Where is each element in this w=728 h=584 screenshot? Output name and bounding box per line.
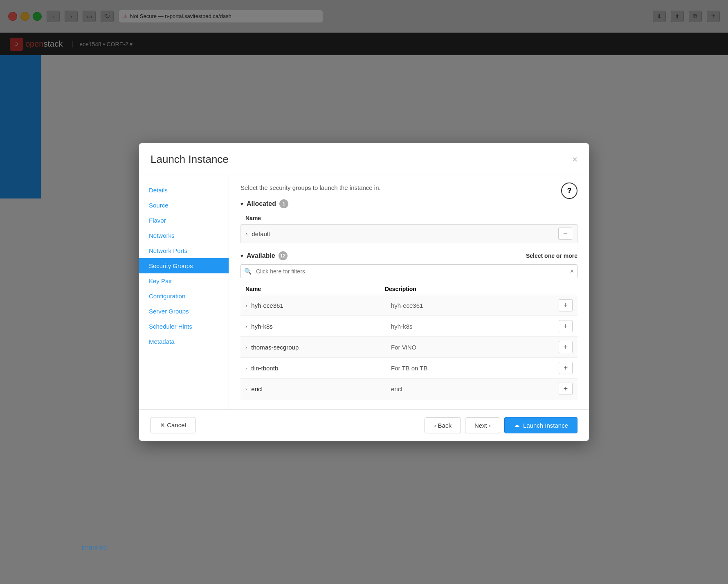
expand-icon-hyh-k8s[interactable]: ›: [245, 323, 247, 329]
allocated-row-default: › default −: [240, 224, 577, 243]
add-ericl-button[interactable]: +: [559, 383, 573, 395]
avail-row-desc-thomas-secgroup: For ViNO: [391, 344, 559, 351]
modal-overlay: Launch Instance × Details Source Flavor …: [0, 0, 728, 584]
next-button[interactable]: Next ›: [465, 417, 500, 433]
available-row-hyh-ece361: › hyh-ece361 hyh-ece361 +: [240, 295, 577, 316]
help-button[interactable]: ?: [561, 183, 577, 199]
filter-input[interactable]: [254, 266, 568, 276]
col-name-header: Name: [245, 286, 385, 292]
modal-footer: ✕ Cancel ‹ Back Next › ☁ Launch Instance: [139, 409, 589, 441]
nav-item-configuration[interactable]: Configuration: [139, 289, 229, 304]
launch-instance-button[interactable]: ☁ Launch Instance: [504, 417, 577, 433]
nav-item-flavor[interactable]: Flavor: [139, 213, 229, 228]
avail-row-desc-tlin-tbontb: For TB on TB: [391, 365, 559, 372]
add-thomas-secgroup-button[interactable]: +: [559, 341, 573, 353]
allocated-section-header: ▾ Allocated 1: [240, 199, 577, 208]
avail-row-name-thomas-secgroup: thomas-secgroup: [251, 344, 391, 351]
available-row-tlin-tbontb: › tlin-tbontb For TB on TB +: [240, 358, 577, 379]
launch-label: Launch Instance: [523, 422, 568, 429]
available-chevron[interactable]: ▾: [240, 253, 243, 259]
modal-body: Details Source Flavor Networks Network P…: [139, 174, 589, 409]
available-badge: 12: [279, 251, 288, 260]
available-row-hyh-k8s: › hyh-k8s hyh-k8s +: [240, 316, 577, 337]
allocated-title: Allocated: [247, 200, 276, 207]
description-text: Select the security groups to launch the…: [240, 184, 577, 191]
modal-main-content: ? Select the security groups to launch t…: [229, 174, 589, 409]
modal-nav: Details Source Flavor Networks Network P…: [139, 174, 229, 409]
select-more-text: Select one or more: [526, 253, 577, 259]
nav-item-details[interactable]: Details: [139, 183, 229, 198]
avail-row-name-hyh-k8s: hyh-k8s: [251, 323, 391, 330]
avail-row-desc-hyh-ece361: hyh-ece361: [391, 302, 559, 309]
available-row-ericl: › ericl ericl +: [240, 379, 577, 399]
expand-icon-hyh-ece361[interactable]: ›: [245, 302, 247, 309]
nav-item-networks[interactable]: Networks: [139, 228, 229, 243]
available-col-headers: Name Description: [240, 283, 577, 295]
avail-row-desc-ericl: ericl: [391, 386, 559, 392]
nav-item-server-groups[interactable]: Server Groups: [139, 304, 229, 319]
nav-item-security-groups[interactable]: Security Groups: [139, 258, 229, 273]
allocated-badge: 1: [279, 199, 288, 208]
footer-right: ‹ Back Next › ☁ Launch Instance: [425, 417, 577, 433]
back-button[interactable]: ‹ Back: [425, 417, 461, 433]
allocated-col-header: Name: [240, 212, 577, 224]
nav-item-network-ports[interactable]: Network Ports: [139, 243, 229, 258]
expand-icon-default[interactable]: ›: [246, 231, 247, 237]
nav-item-metadata[interactable]: Metadata: [139, 334, 229, 349]
col-desc-header: Description: [385, 286, 552, 292]
avail-row-name-hyh-ece361: hyh-ece361: [251, 302, 391, 309]
help-icon: ?: [567, 187, 572, 195]
behind-link-container: imant-k8: [82, 544, 107, 551]
available-left: ▾ Available 12: [240, 251, 288, 260]
available-title: Available: [247, 252, 275, 259]
launch-instance-modal: Launch Instance × Details Source Flavor …: [139, 143, 589, 441]
close-button[interactable]: ×: [572, 155, 577, 164]
available-row-thomas-secgroup: › thomas-secgroup For ViNO +: [240, 337, 577, 358]
avail-row-name-tlin-tbontb: tlin-tbontb: [251, 365, 391, 372]
filter-clear-icon[interactable]: ×: [570, 268, 574, 275]
available-section-header: ▾ Available 12 Select one or more: [240, 251, 577, 260]
add-tlin-tbontb-button[interactable]: +: [559, 362, 573, 374]
allocated-chevron[interactable]: ▾: [240, 201, 243, 207]
behind-link[interactable]: imant-k8: [82, 544, 107, 551]
expand-icon-thomas-secgroup[interactable]: ›: [245, 344, 247, 350]
add-hyh-ece361-button[interactable]: +: [559, 299, 573, 311]
cancel-button[interactable]: ✕ Cancel: [151, 417, 195, 433]
nav-item-key-pair[interactable]: Key Pair: [139, 273, 229, 289]
allocated-row-name-default: default: [252, 230, 558, 237]
nav-item-source[interactable]: Source: [139, 198, 229, 213]
expand-icon-ericl[interactable]: ›: [245, 386, 247, 392]
modal-title: Launch Instance: [151, 153, 229, 166]
avail-row-name-ericl: ericl: [251, 386, 391, 392]
nav-item-scheduler-hints[interactable]: Scheduler Hints: [139, 319, 229, 334]
filter-bar: 🔍 ×: [240, 264, 577, 278]
footer-left: ✕ Cancel: [151, 417, 195, 433]
launch-cloud-icon: ☁: [514, 422, 520, 429]
expand-icon-tlin-tbontb[interactable]: ›: [245, 365, 247, 371]
remove-default-button[interactable]: −: [558, 228, 572, 240]
avail-row-desc-hyh-k8s: hyh-k8s: [391, 323, 559, 330]
filter-search-icon: 🔍: [244, 268, 252, 275]
add-hyh-k8s-button[interactable]: +: [559, 320, 573, 332]
modal-header: Launch Instance ×: [139, 143, 589, 174]
